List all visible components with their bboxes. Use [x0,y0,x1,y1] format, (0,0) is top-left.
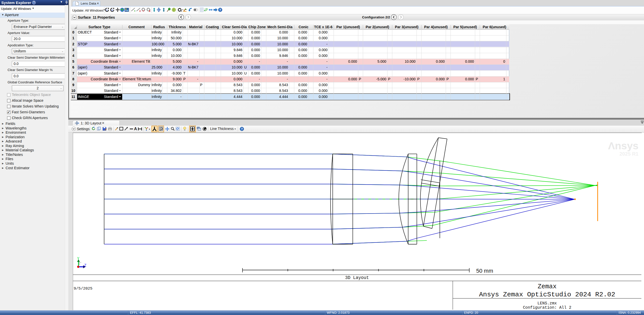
svg-text:Y: Y [77,257,79,261]
svg-text:3D Layout: 3D Layout [345,275,369,280]
svg-text:Λnsys: Λnsys [608,140,638,152]
svg-text:Configuration: All 2: Configuration: All 2 [523,305,571,310]
svg-text:✓: ✓ [7,111,10,114]
svg-text:9/5/2025: 9/5/2025 [74,286,92,291]
svg-text:50 mm: 50 mm [476,268,493,274]
svg-text:LENS.zmx: LENS.zmx [537,301,557,306]
svg-text:2025 R1: 2025 R1 [619,151,638,157]
svg-text:?: ? [33,1,35,4]
svg-text:Z: Z [84,263,86,268]
svg-text:Zemax: Zemax [538,283,557,290]
svg-text:Ansys Zemax OpticStudio 2024 R: Ansys Zemax OpticStudio 2024 R2.02 [479,291,615,298]
